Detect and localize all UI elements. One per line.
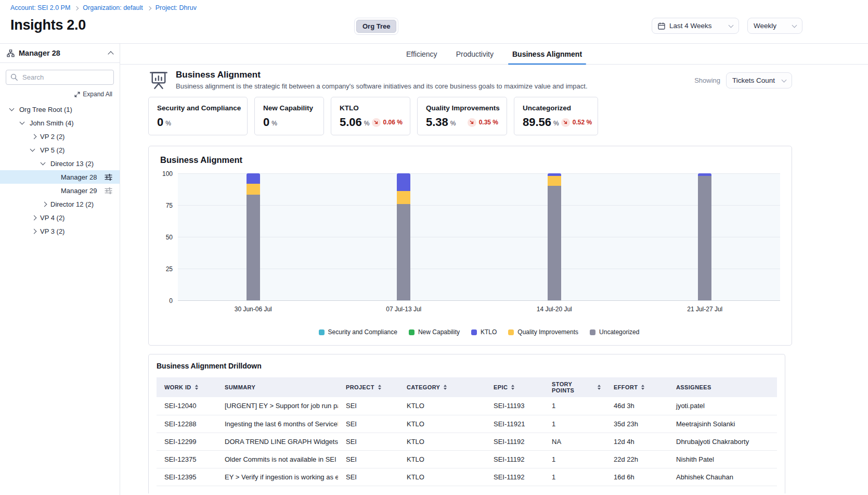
bar-segment-uncategorized[interactable] — [548, 186, 561, 300]
metric-select[interactable]: Tickets Count — [726, 72, 792, 88]
tree-item-vp-5[interactable]: VP 5 (2) — [0, 143, 120, 157]
tree-item-vp-2[interactable]: VP 2 (2) — [0, 130, 120, 143]
sort-icon[interactable] — [444, 385, 447, 390]
chart-bars — [178, 174, 780, 300]
bar-segment-quality-improvements[interactable] — [247, 184, 260, 195]
chevron-down-icon — [20, 120, 25, 125]
tree-item-director-13[interactable]: Director 13 (2) — [0, 157, 120, 170]
table-row-sei-12395[interactable]: SEI-12395EY > Verify if ingestion is wor… — [157, 468, 777, 486]
breadcrumb-organization-link[interactable]: Organization: default — [83, 4, 142, 11]
bar-segment-uncategorized[interactable] — [397, 204, 410, 300]
column-header-epic[interactable]: EPIC — [486, 377, 544, 397]
column-header-story-points[interactable]: STORY POINTS — [544, 377, 606, 397]
tree-item-john-smith[interactable]: John Smith (4) — [0, 116, 120, 130]
stacked-bar-30-jun-06-jul[interactable] — [247, 173, 260, 300]
column-header-effort[interactable]: EFFORT — [606, 377, 668, 397]
legend-item-security-and-compliance[interactable]: Security and Compliance — [319, 328, 397, 336]
bar-slot — [178, 174, 329, 300]
org-tree-button[interactable]: Org Tree — [356, 20, 396, 33]
date-range-select[interactable]: Last 4 Weeks — [652, 18, 739, 34]
bar-segment-quality-improvements[interactable] — [397, 191, 410, 204]
chevron-down-icon — [782, 77, 787, 82]
sort-icon[interactable] — [641, 385, 644, 390]
legend-item-uncategorized[interactable]: Uncategorized — [590, 328, 639, 336]
delta-badge: 0.06 % — [372, 118, 403, 127]
column-header-project[interactable]: PROJECT — [338, 377, 399, 397]
breadcrumb: Account: SEI 2.0 PM Organization: defaul… — [10, 4, 197, 11]
sort-icon[interactable] — [511, 385, 514, 390]
column-header-summary: SUMMARY — [217, 377, 338, 397]
search-input[interactable] — [6, 70, 114, 85]
sidebar-title: Manager 28 — [19, 49, 60, 57]
tree-item-label: Manager 28 — [61, 173, 97, 181]
x-tick-label: 07 Jul-13 Jul — [329, 306, 480, 313]
tab-productivity[interactable]: Productivity — [456, 44, 494, 64]
table-row-sei-12299[interactable]: SEI-12299DORA TREND LINE GRAPH Widgets i… — [157, 433, 777, 450]
stat-value: 0 — [157, 117, 163, 128]
stacked-bar-07-jul-13-jul[interactable] — [397, 173, 410, 300]
tree-item-org-tree-root[interactable]: Org Tree Root (1) — [0, 103, 120, 116]
x-tick-label: 14 Jul-20 Jul — [479, 306, 630, 313]
table-row-sei-12288[interactable]: SEI-12288Ingesting the last 6 months of … — [157, 415, 777, 433]
column-header-work-id[interactable]: WORK ID — [157, 377, 217, 397]
column-label: EPIC — [494, 384, 508, 390]
legend-label: Quality Improvements — [517, 328, 578, 336]
bar-segment-uncategorized[interactable] — [247, 195, 260, 300]
business-alignment-chart-card: Business Alignment 0255075100 30 Jun-06 … — [148, 146, 792, 346]
cell: KTLO — [399, 450, 486, 468]
bar-segment-ktlo[interactable] — [397, 173, 410, 191]
tree-item-director-12[interactable]: Director 12 (2) — [0, 197, 120, 211]
cell: SEI-12299 — [157, 433, 217, 450]
cell: KTLO — [399, 415, 486, 433]
cell: Older Commits is not available in SEI - … — [217, 450, 338, 468]
legend-item-ktlo[interactable]: KTLO — [471, 328, 497, 336]
bar-slot — [630, 174, 781, 300]
legend-item-quality-improvements[interactable]: Quality Improvements — [508, 328, 578, 336]
stacked-bar-14-jul-20-jul[interactable] — [548, 173, 561, 300]
column-header-category[interactable]: CATEGORY — [399, 377, 486, 397]
breadcrumb-project-link[interactable]: Project: Dhruv — [156, 4, 197, 11]
tree-item-manager-29[interactable]: Manager 29 — [0, 184, 120, 197]
tree-item-manager-28[interactable]: Manager 28 — [0, 170, 120, 184]
stat-card-new-capability: New Capability 0 % — [254, 97, 324, 135]
showing-label: Showing — [694, 77, 720, 84]
chevron-down-icon — [41, 160, 46, 166]
legend-swatch — [590, 329, 595, 335]
filter-sliders-icon[interactable] — [105, 174, 112, 181]
cell: 1 — [544, 450, 606, 468]
drilldown-body: SEI-12040[URGENT] EY > Support for job r… — [157, 397, 777, 486]
cell: SEI-11192 — [486, 468, 544, 486]
x-tick-label: 21 Jul-27 Jul — [630, 306, 781, 313]
legend-swatch — [409, 329, 414, 335]
sort-icon[interactable] — [195, 385, 198, 390]
table-row-sei-12375[interactable]: SEI-12375Older Commits is not available … — [157, 450, 777, 468]
sort-icon[interactable] — [598, 385, 601, 390]
tree-item-vp-3[interactable]: VP 3 (2) — [0, 224, 120, 238]
tree-item-label: Manager 29 — [61, 187, 97, 195]
expand-all-label: Expand All — [83, 91, 112, 98]
table-row-sei-12040[interactable]: SEI-12040[URGENT] EY > Support for job r… — [157, 397, 777, 415]
bar-segment-quality-improvements[interactable] — [548, 176, 561, 186]
tree-item-vp-4[interactable]: VP 4 (2) — [0, 211, 120, 224]
column-label: ASSIGNEES — [676, 384, 711, 390]
tab-business-alignment[interactable]: Business Alignment — [512, 44, 582, 64]
org-tree-toggle-group: Org Tree — [354, 18, 398, 35]
cell: KTLO — [399, 433, 486, 450]
y-tick-label: 75 — [166, 202, 173, 209]
legend-item-new-capability[interactable]: New Capability — [409, 328, 460, 336]
cell: SEI — [338, 397, 399, 415]
breadcrumb-account-link[interactable]: Account: SEI 2.0 PM — [10, 4, 70, 11]
drilldown-card: Business Alignment Drilldown WORK IDSUMM… — [148, 354, 785, 493]
granularity-select[interactable]: Weekly — [747, 18, 802, 34]
stat-title: Quality Improvements — [426, 104, 498, 112]
chevron-up-icon[interactable] — [108, 51, 113, 57]
tree-item-label: Org Tree Root (1) — [19, 106, 72, 113]
bar-segment-uncategorized[interactable] — [698, 176, 711, 300]
section-description: Business alignment is the strategic fit … — [176, 82, 588, 90]
filter-sliders-icon[interactable] — [105, 187, 112, 194]
sort-icon[interactable] — [378, 385, 381, 390]
expand-all-button[interactable]: Expand All — [7, 91, 112, 98]
tab-efficiency[interactable]: Efficiency — [406, 44, 437, 64]
bar-segment-ktlo[interactable] — [247, 173, 260, 184]
stacked-bar-21-jul-27-jul[interactable] — [698, 173, 711, 300]
